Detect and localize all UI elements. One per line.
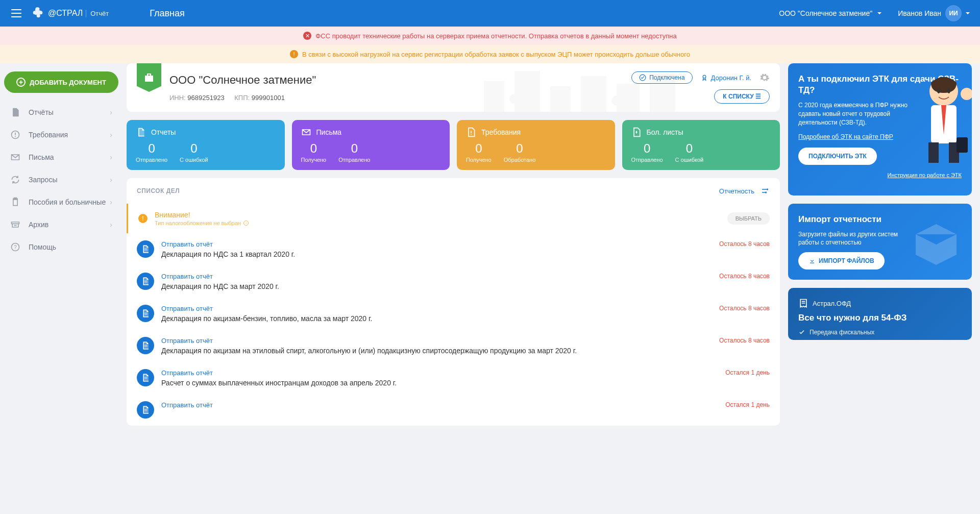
mail-icon: [301, 127, 311, 137]
etk-link[interactable]: Подробнее об ЭТК на сайте ПФР: [798, 133, 893, 140]
avatar: ИИ: [945, 5, 962, 21]
signer-link[interactable]: Доронин Г. й.: [701, 74, 751, 82]
mail-icon: [10, 152, 22, 162]
doc-icon: [136, 127, 146, 137]
doc-send-icon: [137, 305, 154, 322]
svg-point-18: [961, 88, 972, 100]
todo-item[interactable]: Отправить отчёт Декларация по НДС за мар…: [127, 265, 780, 298]
todo-desc: Декларация по НДС за 1 квартал 2020 г.: [161, 250, 719, 258]
sidebar-item-label: Помощь: [29, 243, 112, 251]
todo-action[interactable]: Отправить отчёт: [161, 305, 719, 312]
todo-time: Осталось 8 часов: [719, 337, 770, 344]
todo-desc: Декларация по акцизам на этиловый спирт,…: [161, 347, 719, 355]
todo-item[interactable]: Отправить отчёт Остался 1 день: [127, 394, 780, 426]
chevron-right-icon: ›: [110, 198, 112, 206]
chevron-right-icon: ›: [110, 108, 112, 116]
chevron-right-icon: ›: [110, 176, 112, 184]
brand-sub: Отчёт: [86, 10, 109, 17]
todo-action[interactable]: Отправить отчёт: [161, 337, 719, 345]
import-card: Импорт отчетности Загрузите файлы из дру…: [788, 204, 972, 280]
etk-body: С 2020 года ежемесячно в ПФР нужно сдава…: [798, 101, 911, 127]
chevron-down-icon: [964, 9, 972, 17]
warn-icon: !: [290, 50, 298, 58]
todo-action[interactable]: Отправить отчёт: [161, 273, 719, 280]
svg-point-8: [765, 192, 767, 193]
receipt-icon: [798, 298, 808, 308]
alert-circle-icon: [10, 130, 22, 140]
etk-connect-button[interactable]: ПОДКЛЮЧИТЬ ЭТК: [798, 148, 877, 165]
svg-point-13: [947, 88, 950, 93]
import-button[interactable]: ИМПОРТ ФАЙЛОВ: [798, 252, 885, 270]
todo-warning: ! Внимание! Тип налогообложения не выбра…: [127, 204, 780, 233]
sidebar-item-label: Архив: [29, 221, 110, 229]
svg-rect-17: [957, 137, 968, 153]
box-illustration: [905, 214, 967, 265]
todo-item[interactable]: Отправить отчёт Декларация по НДС за 1 к…: [127, 233, 780, 265]
stat-letters[interactable]: Письма 0Получено 0Отправлено: [292, 120, 450, 170]
chevron-down-icon: [875, 9, 884, 17]
todo-action[interactable]: Отправить отчёт: [161, 240, 719, 248]
logo-icon: [31, 6, 45, 20]
doc-send-icon: [137, 369, 154, 386]
todo-item[interactable]: Отправить отчёт Декларация по акцизам на…: [127, 330, 780, 362]
svg-point-7: [767, 189, 768, 190]
svg-point-4: [703, 75, 706, 78]
user-menu[interactable]: Иванов Иван ИИ: [898, 5, 972, 21]
sidebar-item-letters[interactable]: Письма ›: [4, 146, 118, 168]
medical-icon: [631, 127, 642, 137]
todo-time: Осталось 8 часов: [719, 273, 770, 280]
doc-alert-icon: [466, 127, 476, 137]
sidebar-item-requirements[interactable]: Требования ›: [4, 124, 118, 146]
todo-time: Остался 1 день: [725, 401, 770, 408]
svg-rect-15: [928, 142, 939, 163]
sidebar-item-benefits[interactable]: Пособия и больничные ›: [4, 191, 118, 213]
to-list-button[interactable]: К СПИСКУ ☰: [714, 89, 770, 104]
todo-filter[interactable]: Отчетность: [719, 187, 754, 195]
doc-send-icon: [137, 401, 154, 419]
refresh-icon: [10, 175, 22, 185]
stat-reports[interactable]: Отчеты 0Отправлено 0С ошибкой: [127, 120, 285, 170]
check-icon: [639, 74, 646, 81]
person-illustration: [916, 68, 972, 170]
check-icon: [798, 329, 805, 336]
sliders-icon: [761, 186, 770, 195]
import-body: Загрузите файлы из других систем работы …: [798, 230, 911, 248]
sidebar-item-label: Письма: [29, 153, 110, 161]
todo-item[interactable]: Отправить отчёт Расчет о суммах выплачен…: [127, 362, 780, 394]
add-document-button[interactable]: + ДОБАВИТЬ ДОКУМЕНТ: [4, 71, 118, 93]
todo-time: Осталось 8 часов: [719, 240, 770, 248]
connected-badge: Подключена: [631, 71, 692, 84]
doc-send-icon: [137, 337, 154, 354]
choose-tax-button[interactable]: ВЫБРАТЬ: [727, 212, 770, 225]
sidebar-item-help[interactable]: ? Помощь: [4, 236, 118, 258]
etk-instruction-link[interactable]: Инструкция по работе с ЭТК: [798, 172, 962, 178]
settings-button[interactable]: [760, 72, 770, 83]
todo-item[interactable]: Отправить отчёт Декларация по акцизам-бе…: [127, 298, 780, 330]
sidebar-item-queries[interactable]: Запросы ›: [4, 168, 118, 191]
stat-requirements[interactable]: Требования 0Получено 0Обработано: [457, 120, 615, 170]
info-icon: i: [243, 220, 249, 226]
todo-action[interactable]: Отправить отчёт: [161, 401, 725, 409]
doc-send-icon: [137, 273, 154, 290]
brand-logo: @СТРАЛ Отчёт: [31, 6, 109, 20]
org-badge-icon: [137, 63, 161, 92]
warn-icon: !: [138, 214, 148, 223]
org-selector[interactable]: ООО "Солнечное затмение": [779, 9, 884, 17]
ofd-title: Все что нужно для 54-ФЗ: [798, 312, 962, 324]
chevron-right-icon: ›: [110, 131, 112, 139]
filter-button[interactable]: [761, 186, 770, 195]
plus-icon: +: [16, 78, 26, 87]
todo-time: Остался 1 день: [725, 369, 770, 376]
chevron-right-icon: ›: [110, 153, 112, 161]
sidebar-item-reports[interactable]: Отчёты ›: [4, 101, 118, 124]
stat-sicklists[interactable]: Бол. листы 0Отправлено 0С ошибкой: [622, 120, 780, 170]
menu-button[interactable]: [8, 5, 24, 21]
todo-action[interactable]: Отправить отчёт: [161, 369, 725, 377]
alert-warn: ! В связи с высокой нагрузкой на сервис …: [0, 45, 980, 63]
ofd-card: Астрал.ОФД Все что нужно для 54-ФЗ Перед…: [788, 288, 972, 340]
org-card: ООО "Солнечное затмение" ИНН: 9689251923…: [127, 63, 780, 112]
todo-title: СПИСОК ДЕЛ: [137, 187, 719, 194]
sidebar-item-label: Запросы: [29, 176, 110, 184]
sidebar-item-label: Отчёты: [29, 108, 110, 116]
sidebar-item-archive[interactable]: Архив ›: [4, 213, 118, 236]
